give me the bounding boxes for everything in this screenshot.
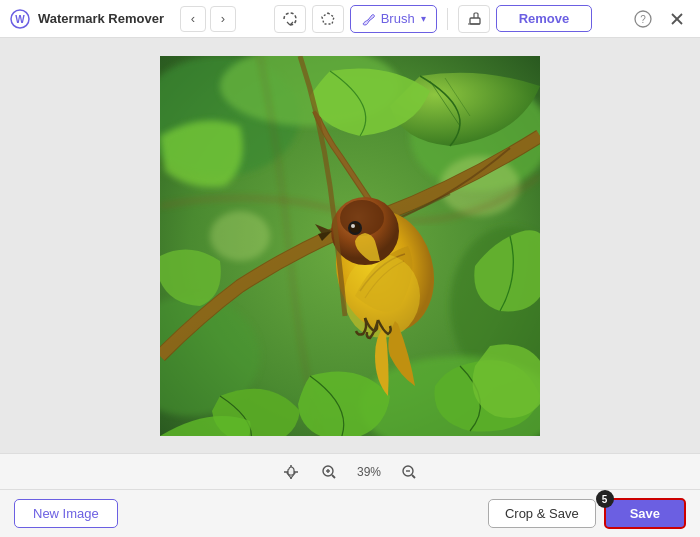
lasso-tool-button[interactable] (274, 5, 306, 33)
polygon-icon (320, 11, 336, 27)
pan-icon (283, 464, 299, 480)
svg-line-33 (412, 475, 415, 478)
title-right: ? (630, 6, 690, 32)
close-button[interactable] (664, 6, 690, 32)
zoom-level: 39% (353, 465, 385, 479)
title-bar: W Watermark Remover ‹ › Brush ▾ (0, 0, 700, 38)
close-icon (670, 12, 684, 26)
zoom-out-button[interactable] (395, 458, 423, 486)
help-icon: ? (634, 10, 652, 28)
forward-button[interactable]: › (210, 6, 236, 32)
crop-save-button[interactable]: Crop & Save (488, 499, 596, 528)
main-content (0, 38, 700, 453)
eraser-button[interactable] (458, 5, 490, 33)
image-container (160, 56, 540, 436)
brush-dropdown-button[interactable]: Brush ▾ (350, 5, 437, 33)
polygon-tool-button[interactable] (312, 5, 344, 33)
svg-text:W: W (15, 14, 25, 25)
brush-icon (361, 12, 375, 26)
pan-button[interactable] (277, 458, 305, 486)
zoom-out-icon (401, 464, 417, 480)
app-logo-icon: W (10, 9, 30, 29)
brush-label: Brush (381, 11, 415, 26)
save-button[interactable]: Save (604, 498, 686, 529)
new-image-button[interactable]: New Image (14, 499, 118, 528)
nav-buttons: ‹ › (180, 6, 236, 32)
zoom-in-icon (321, 464, 337, 480)
svg-line-30 (332, 475, 335, 478)
bird-image (160, 56, 540, 436)
svg-rect-2 (470, 18, 480, 24)
back-button[interactable]: ‹ (180, 6, 206, 32)
svg-point-26 (351, 224, 355, 228)
footer-right: Crop & Save 5 Save (488, 498, 686, 529)
lasso-icon (282, 11, 298, 27)
svg-point-25 (350, 223, 360, 233)
save-badge-container: 5 Save (604, 498, 686, 529)
help-button[interactable]: ? (630, 6, 656, 32)
svg-text:?: ? (640, 14, 646, 25)
remove-button[interactable]: Remove (496, 5, 593, 32)
footer: New Image Crop & Save 5 Save (0, 489, 700, 537)
eraser-icon (466, 11, 482, 27)
zoom-in-button[interactable] (315, 458, 343, 486)
app-title: Watermark Remover (38, 11, 164, 26)
save-badge: 5 (596, 490, 614, 508)
svg-point-23 (340, 200, 384, 236)
svg-point-16 (210, 211, 270, 261)
status-bar: 39% (0, 453, 700, 489)
title-left: W Watermark Remover ‹ › (10, 6, 236, 32)
brush-dropdown-chevron: ▾ (421, 13, 426, 24)
toolbar-separator (447, 8, 448, 30)
toolbar-center: Brush ▾ Remove (274, 5, 593, 33)
